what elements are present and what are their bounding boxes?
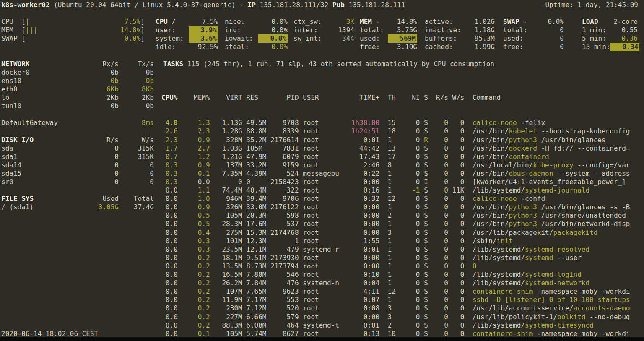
stat-label-text: inter: [293,26,318,34]
cell-write-per-s: 0 [448,211,465,220]
cell-mem-percent: 0.9 [178,161,210,169]
cell-pid: 2176614 [266,136,299,144]
stat-label-text: LOAD [582,18,598,26]
cell-command: [kworker/u4:1-events_freezable_power_] [464,178,644,186]
cell-command: /sbin/init [464,237,644,245]
command-segment: python3 [509,203,537,211]
cell-pid: 1 [266,237,299,245]
cell-res: 40.4M [242,186,267,195]
section-row: lo2Kb2Kb [1,94,154,102]
cell-nice: 0 [396,220,420,228]
cell-res: 15.3M [242,229,267,237]
cell-write-per-s: 0 [448,161,465,169]
command-segment: /lib/systemd/ [473,321,525,329]
section-row: sda1500 [1,169,154,178]
cell-cpu-percent: 0.0 [161,296,178,304]
blank-line [1,127,154,135]
cell-user: root [299,195,339,203]
cell-read-per-s: 0 [428,330,448,338]
cell-read-per-s: 0 [428,186,448,195]
command-segment: -namespace moby -workdi [533,330,630,338]
cell-user: root [299,178,339,186]
cell-pid: 546 [266,271,299,279]
stat-value: 0.55 [621,26,638,34]
cell-virt: 101M [210,237,242,245]
section-row: docker00b0b [1,68,154,77]
cell-state: I [420,178,428,186]
command-segment: /usr/lib/accountsservice/ [473,304,574,312]
stat-label: 15 min: [582,43,610,51]
stat-value: 0.0% [271,18,288,26]
cell-state: S [420,254,428,262]
cell-write-per-s: 0 [448,203,465,211]
cell-read-per-s: 0 [428,262,448,271]
section-row: eth06Kb8Kb [1,85,154,94]
cell-cpu-percent: 0.0 [161,186,178,195]
cell-threads: 2 [379,211,396,220]
cell-virt: 74.4M [210,186,242,195]
cell-mem-percent: 0.5 [178,220,210,228]
cell-time-plus: 0:01 [339,321,379,330]
cell-time-plus: 1h38:00 [339,119,379,127]
cell-res: 12.3M [242,237,267,245]
cell-time-plus: 0:00 [339,313,379,321]
section-header: DISK I/OR/sW/s [1,136,154,144]
cell-user: root [299,229,339,237]
cell-res: 4.39M [242,169,267,178]
gauge-value: 0.0% [125,34,141,43]
command-segment: dbus-daemon [509,169,553,177]
item-name: sda14 [1,161,81,169]
value-col2: Tx/s [119,60,154,68]
text-segment: 135.181.28.111 [345,1,405,9]
cell-virt: 1.03G [210,144,242,153]
cell-pid: 9623 [266,287,299,296]
cell-pid: 2174768 [266,229,299,237]
cell-mem-percent: 0.1 [178,169,210,178]
cell-state: S [420,262,428,271]
cell-command: /usr/bin/dockerd -H fd:// --containerd= [464,144,644,153]
item-name: sda1 [1,153,81,161]
stat-label-text: steal: [225,43,249,51]
cell-mem-percent: 1.1 [178,186,210,195]
cell-virt: 328M [210,136,242,144]
stat-label: cached: [425,43,453,51]
process-row: 0.01.174.4M40.4M322root0:161-1S011K/lib/… [161,186,644,195]
hostname-system-info: k8s-worker02 (Ubuntu 20.04 64bit / Linux… [1,1,405,9]
cell-cpu-percent: 0.3 [161,169,178,178]
stat-label-text: irq: [225,26,241,34]
stat-row: free:3.19G [360,43,417,51]
cell-mem-percent: 0.2 [178,287,210,296]
cell-nice: 0 [396,229,420,237]
cell-res: 7.65M [242,287,267,296]
command-segment: systemd-journald [525,186,589,194]
cell-time-plus: 0:22 [339,169,379,178]
command-segment: /usr/bin/ [473,203,509,211]
section-header: FILE SYSUsedTotal [1,195,154,203]
command-segment: kube-proxy [533,161,573,169]
cell-state: S [420,271,428,279]
cell-user: root [299,330,339,338]
value-col1: R/s [81,136,119,144]
cell-read-per-s: 0 [428,279,448,287]
cell-read-per-s: 0 [428,271,448,279]
cell-command: 0 [464,262,644,271]
cell-mem-percent: 2.3 [178,127,210,135]
cell-command: /usr/bin/dbus-daemon --system --address [464,169,644,178]
process-row: 0.00.216.5M7.88M546root0:1010S00/lib/sys… [161,271,644,279]
cell-state: S [420,245,428,254]
process-table-header: CPU%MEM%VIRTRESPIDUSERTIME+THRNISR/sW/sC… [161,94,644,102]
cell-virt: 18.1M [210,254,242,262]
cell-pid: 464 [266,321,299,330]
value-col2: 0 [119,169,154,178]
cell-threads: 3 [379,304,396,312]
cell-state: S [420,195,428,203]
process-row: 0.00.288.3M6.08M464systemd-t0:0120S00/li… [161,321,644,330]
process-row: 4.01.31.13G49.5M9708root1h38:00150S00cal… [161,119,644,127]
cell-res: 9.51M [242,254,267,262]
cell-threads: 12 [379,287,396,296]
cell-state: S [420,211,428,220]
stat-row: total:0 [503,26,564,34]
blank-line [1,110,154,119]
cell-cpu-percent: 0.0 [161,279,178,287]
command-segment: /usr/bin/ [473,144,509,152]
